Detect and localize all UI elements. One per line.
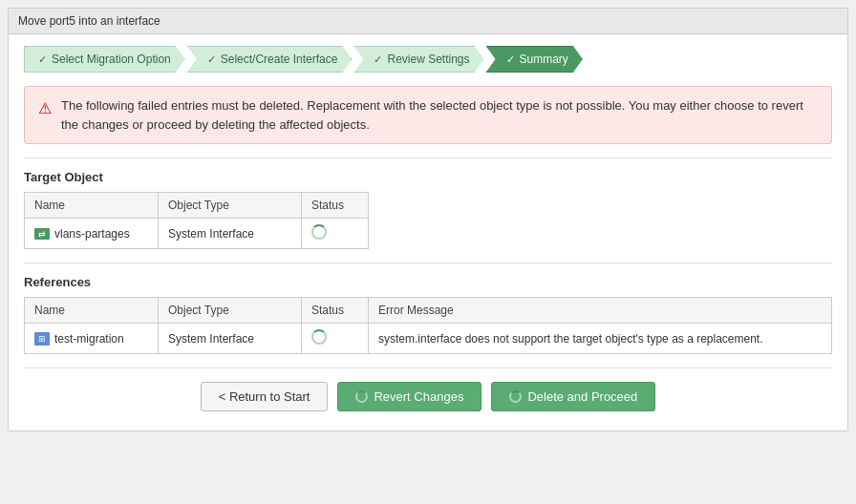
references-table: Name Object Type Status Error Message ⊞ … bbox=[24, 297, 832, 354]
step-4-label: Summary bbox=[520, 52, 568, 66]
step-select-migration: ✓ Select Migration Option bbox=[24, 46, 185, 73]
target-table-head: Name Object Type Status bbox=[25, 193, 369, 219]
footer-buttons: < Return to Start Revert Changes Delete … bbox=[24, 368, 832, 419]
table-row: ⇄ vlans-partages System Interface bbox=[25, 219, 369, 249]
interface-icon: ⇄ bbox=[34, 228, 50, 240]
revert-spinner-icon bbox=[355, 390, 368, 403]
ref-row-icon-wrap: ⊞ test-migration bbox=[34, 332, 124, 346]
target-row-status bbox=[302, 219, 369, 249]
step-review-settings: ✓ Review Settings bbox=[353, 46, 483, 73]
wizard-steps: ✓ Select Migration Option ✓ Select/Creat… bbox=[24, 46, 832, 73]
ref-col-type: Object Type bbox=[159, 298, 302, 324]
ref-row-name-text: test-migration bbox=[54, 332, 124, 346]
target-table-body: ⇄ vlans-partages System Interface bbox=[25, 219, 369, 249]
target-row-name-text: vlans-partages bbox=[54, 227, 130, 241]
ref-header-row: Name Object Type Status Error Message bbox=[25, 298, 832, 324]
target-section-title: Target Object bbox=[24, 170, 832, 184]
alert-message: The following failed entries must be del… bbox=[61, 96, 818, 134]
target-table: Name Object Type Status ⇄ vlans-partages bbox=[24, 192, 369, 249]
spinner-icon-2 bbox=[311, 329, 327, 345]
title-bar: Move port5 into an interface bbox=[9, 9, 847, 34]
delete-label: Delete and Proceed bbox=[527, 389, 637, 404]
target-row-type: System Interface bbox=[159, 219, 302, 249]
check-icon-2: ✓ bbox=[207, 53, 216, 66]
check-icon-1: ✓ bbox=[38, 53, 47, 66]
ref-row-name: ⊞ test-migration bbox=[25, 324, 159, 354]
return-to-start-button[interactable]: < Return to Start bbox=[201, 382, 329, 411]
ref-table-head: Name Object Type Status Error Message bbox=[25, 298, 832, 324]
ref-row-status bbox=[302, 324, 369, 354]
table-row: ⊞ test-migration System Interface system… bbox=[25, 324, 832, 354]
separator-1 bbox=[24, 158, 832, 158]
alert-icon: ⚠ bbox=[38, 97, 52, 120]
target-row-name: ⇄ vlans-partages bbox=[25, 219, 159, 249]
main-window: Move port5 into an interface ✓ Select Mi… bbox=[8, 8, 848, 431]
spinner-icon-1 bbox=[311, 224, 327, 240]
check-icon-3: ✓ bbox=[374, 53, 382, 66]
target-header-row: Name Object Type Status bbox=[25, 193, 369, 219]
target-row-icon-wrap: ⇄ vlans-partages bbox=[34, 227, 130, 241]
step-3-label: Review Settings bbox=[387, 52, 469, 66]
target-object-section: Target Object Name Object Type Status ⇄ bbox=[24, 170, 832, 249]
delete-and-proceed-button[interactable]: Delete and Proceed bbox=[491, 382, 655, 411]
ref-col-name: Name bbox=[25, 298, 159, 324]
step-2-label: Select/Create Interface bbox=[221, 52, 338, 66]
revert-changes-button[interactable]: Revert Changes bbox=[337, 382, 482, 411]
content-area: ✓ Select Migration Option ✓ Select/Creat… bbox=[9, 34, 847, 430]
ref-col-error: Error Message bbox=[369, 298, 832, 324]
ref-row-error: system.interface does not support the ta… bbox=[369, 324, 832, 354]
revert-label: Revert Changes bbox=[374, 389, 463, 404]
alert-box: ⚠ The following failed entries must be d… bbox=[24, 86, 832, 144]
window-title: Move port5 into an interface bbox=[18, 14, 160, 28]
ref-icon: ⊞ bbox=[34, 332, 50, 346]
separator-2 bbox=[24, 262, 832, 263]
references-section-title: References bbox=[24, 275, 832, 289]
ref-table-body: ⊞ test-migration System Interface system… bbox=[25, 324, 832, 354]
target-col-name: Name bbox=[25, 193, 159, 219]
ref-col-status: Status bbox=[302, 298, 369, 324]
target-col-status: Status bbox=[302, 193, 369, 219]
references-section: References Name Object Type Status Error… bbox=[24, 275, 832, 354]
target-col-type: Object Type bbox=[159, 193, 302, 219]
check-icon-4: ✓ bbox=[506, 53, 515, 66]
step-select-interface: ✓ Select/Create Interface bbox=[187, 46, 353, 73]
step-summary: ✓ Summary bbox=[486, 46, 583, 73]
step-1-label: Select Migration Option bbox=[52, 52, 171, 66]
ref-row-type: System Interface bbox=[159, 324, 302, 354]
delete-spinner-icon bbox=[509, 390, 522, 403]
